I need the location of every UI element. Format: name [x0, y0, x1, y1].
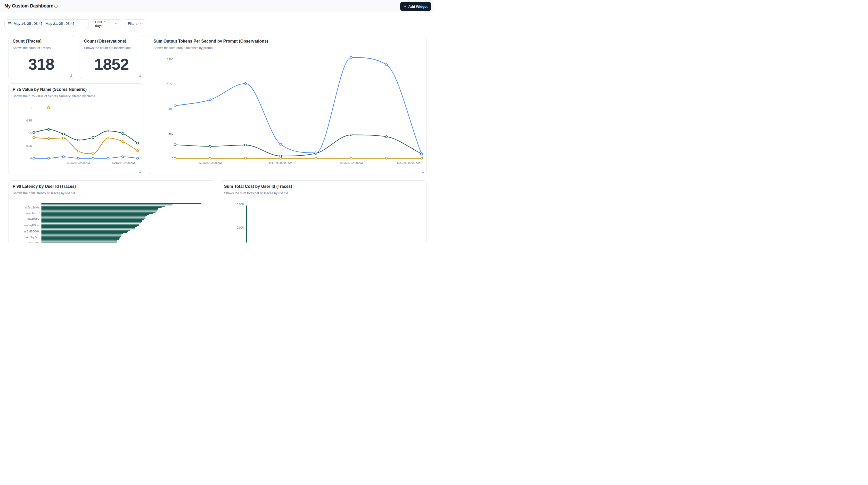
svg-text:0.006: 0.006 — [237, 226, 244, 229]
svg-text:1650: 1650 — [167, 83, 173, 86]
filters-dropdown[interactable]: Filters — [125, 19, 146, 28]
widget-tokens-chart[interactable]: Sum Output Tokens Per Second by Prompt (… — [149, 35, 427, 175]
widget-title: Count (Observations) — [84, 39, 139, 43]
p90-bar-chart: u-8sq2w4au-aobnuxfu-tFAR5TXu-zVqP3hwu-5M… — [8, 181, 215, 243]
page-title: My Custom Dashboard — [4, 3, 54, 9]
widget-subtitle: Shows the count of Traces — [12, 46, 70, 50]
widget-p75-chart[interactable]: P 75 Value by Name (Scores Numeric) Show… — [8, 83, 144, 175]
resize-handle-icon[interactable] — [139, 171, 141, 173]
count-traces-value: 318 — [8, 55, 74, 73]
widget-count-traces[interactable]: Count (Traces) Shows the count of Traces… — [8, 35, 74, 79]
add-widget-button[interactable]: + Add Widget — [400, 2, 431, 11]
plus-icon: + — [404, 4, 406, 8]
chevron-down-icon — [140, 23, 143, 25]
widget-title: Count (Traces) — [12, 39, 70, 43]
resize-handle-icon[interactable] — [70, 74, 72, 77]
svg-text:u-8sq2w4a: u-8sq2w4a — [25, 206, 40, 209]
svg-text:u-aobnuxf: u-aobnuxf — [26, 212, 40, 215]
svg-text:5/17/25, 02:00 AM: 5/17/25, 02:00 AM — [269, 161, 292, 164]
svg-text:5/19/25, 02:00 AM: 5/19/25, 02:00 AM — [340, 161, 363, 164]
calendar-icon — [8, 22, 11, 26]
svg-text:0: 0 — [172, 157, 173, 160]
svg-text:5/15/25, 02:00 AM: 5/15/25, 02:00 AM — [198, 161, 221, 164]
svg-text:u-8fVa9T3: u-8fVa9T3 — [26, 242, 39, 243]
svg-text:u-zVqP3hw: u-zVqP3hw — [24, 224, 40, 227]
tokens-line-chart: 05501100165022005/15/25, 02:00 AM5/17/25… — [149, 35, 427, 175]
svg-text:5/21/25, 02:00 AM: 5/21/25, 02:00 AM — [397, 161, 420, 164]
svg-text:0: 0 — [30, 157, 32, 160]
svg-text:1100: 1100 — [167, 107, 173, 111]
svg-text:0.008: 0.008 — [237, 203, 244, 206]
date-range-value: May 14, 25 : 08:45 - May 21, 25 : 08:45 — [14, 22, 74, 26]
resize-handle-icon[interactable] — [139, 74, 141, 77]
svg-text:0.25: 0.25 — [26, 144, 32, 147]
range-preset-value: Past 7 days — [95, 20, 113, 28]
top-header-bar: My Custom Dashboard + Add Widget — [0, 0, 434, 12]
widget-p90-chart[interactable]: P 90 Latency by User Id (Traces) Shows t… — [8, 180, 215, 243]
svg-text:u-5M8D56k: u-5M8D56k — [24, 230, 40, 233]
date-range-picker[interactable]: May 14, 25 : 08:45 - May 21, 25 : 08:45 — [4, 19, 89, 28]
svg-text:5/17/25, 02:00 AM: 5/17/25, 02:00 AM — [67, 161, 90, 164]
widget-count-observations[interactable]: Count (Observations) Shows the count of … — [80, 35, 144, 79]
svg-text:u-d3qr5cg: u-d3qr5cg — [26, 236, 39, 239]
resize-handle-icon[interactable] — [422, 171, 424, 173]
svg-text:0.75: 0.75 — [26, 119, 32, 122]
svg-text:2200: 2200 — [167, 58, 173, 61]
cost-bar-chart: 0.0080.006 — [220, 181, 427, 243]
svg-text:1: 1 — [30, 106, 32, 110]
info-icon[interactable] — [54, 4, 58, 8]
chevron-down-icon — [115, 23, 118, 25]
svg-text:5/21/25, 02:00 AM: 5/21/25, 02:00 AM — [112, 161, 134, 164]
p75-line-chart: 00.250.50.7515/17/25, 02:00 AM5/21/25, 0… — [8, 84, 144, 175]
widget-subtitle: Shows the count of Observations — [84, 46, 139, 50]
svg-text:u-tFAR5TX: u-tFAR5TX — [25, 218, 39, 221]
add-widget-label: Add Widget — [408, 5, 428, 8]
filters-label: Filters — [128, 22, 137, 26]
svg-text:550: 550 — [169, 132, 173, 135]
count-observations-value: 1852 — [80, 55, 143, 73]
svg-text:0.5: 0.5 — [28, 131, 32, 135]
range-preset-dropdown[interactable]: Past 7 days — [92, 19, 121, 28]
widget-cost-chart[interactable]: Sum Total Cost by User Id (Traces) Shows… — [220, 180, 427, 243]
